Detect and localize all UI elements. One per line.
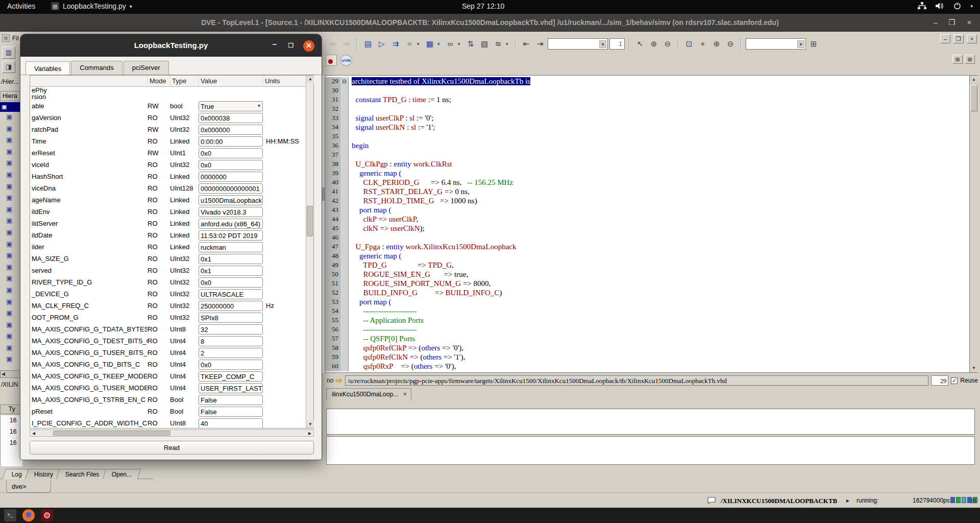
- hierarchy-entity-icon[interactable]: ▣: [0, 148, 22, 159]
- type-row[interactable]: 16: [1, 438, 22, 449]
- scroll-left-icon[interactable]: ◀: [31, 431, 37, 436]
- zoom-out-icon[interactable]: ⊖: [662, 38, 674, 50]
- code-text[interactable]: generic map (: [349, 252, 401, 261]
- hierarchy-entity-icon[interactable]: ▣: [0, 217, 22, 228]
- fold-marker-icon[interactable]: [340, 224, 349, 233]
- variable-value-field[interactable]: u1500DmaLoopback: [199, 195, 263, 205]
- context-combobox[interactable]: ▾: [746, 38, 806, 50]
- filter-icon[interactable]: ≋: [492, 38, 504, 50]
- fold-marker-icon[interactable]: [340, 289, 349, 298]
- line-number[interactable]: 57: [325, 335, 340, 344]
- code-text[interactable]: begin: [349, 141, 369, 151]
- close-button[interactable]: ✕: [303, 40, 314, 52]
- hierarchy-entity-icon[interactable]: ▣: [0, 113, 22, 125]
- hierarchy-entity-icon[interactable]: ▣: [0, 205, 22, 217]
- line-number[interactable]: 35: [325, 132, 340, 141]
- code-text[interactable]: constant TPD_G : time := 1 ns;: [349, 96, 451, 105]
- line-number[interactable]: 31: [325, 96, 340, 105]
- variable-value-field[interactable]: 11:53:02 PDT 2019: [199, 230, 263, 241]
- caret-right-icon[interactable]: ▸: [846, 497, 849, 504]
- line-number[interactable]: 32: [325, 105, 340, 114]
- scroll-down-icon[interactable]: ▼: [970, 365, 977, 372]
- clock[interactable]: Sep 27 12:10: [462, 2, 504, 10]
- dropdown-caret-icon[interactable]: ▾: [599, 40, 606, 48]
- mdi-close-button[interactable]: ×: [967, 34, 977, 43]
- compare-icon[interactable]: ⇅: [464, 38, 477, 50]
- fold-marker-icon[interactable]: [340, 270, 349, 279]
- code-text[interactable]: CLK_PERIOD_G => 6.4 ns, -- 156.25 MHz: [349, 178, 513, 187]
- code-text[interactable]: generic map (: [349, 169, 401, 178]
- console-pane-lower[interactable]: [326, 436, 975, 465]
- close-button[interactable]: ×: [964, 18, 975, 27]
- dropdown-caret-icon[interactable]: ▾: [258, 103, 260, 108]
- fold-marker-icon[interactable]: [340, 187, 349, 197]
- table-vscrollbar-thumb[interactable]: [307, 206, 313, 236]
- fold-marker-icon[interactable]: [340, 316, 349, 325]
- fold-marker-icon[interactable]: ⊟: [340, 77, 349, 86]
- fold-marker-icon[interactable]: [340, 197, 349, 206]
- line-spinbox[interactable]: 1: [609, 38, 625, 50]
- hierarchy-entity-icon[interactable]: ▣: [0, 332, 22, 344]
- type-row[interactable]: 16: [1, 426, 22, 438]
- code-text[interactable]: qsfp0RefClkP => (others => '0'),: [349, 344, 463, 353]
- code-text[interactable]: RST_START_DELAY_G => 0 ns,: [349, 187, 470, 197]
- prev-edit-icon[interactable]: ⇤: [520, 38, 532, 50]
- line-number[interactable]: 55: [325, 316, 340, 325]
- schematic-window-icon[interactable]: ▷: [376, 38, 388, 50]
- line-number[interactable]: 36: [325, 141, 340, 151]
- fold-marker-icon[interactable]: [340, 243, 349, 252]
- activities-button[interactable]: Activities: [7, 2, 35, 10]
- fold-marker-icon[interactable]: [340, 206, 349, 215]
- variable-value-field[interactable]: 0x0: [199, 148, 263, 158]
- line-number[interactable]: 29: [325, 77, 340, 86]
- hierarchy-selected-row[interactable]: ▣: [0, 102, 22, 112]
- forward-icon[interactable]: ⇨: [340, 38, 353, 50]
- code-text[interactable]: RST_HOLD_TIME_G => 1000 ns): [349, 197, 477, 206]
- variable-value-field[interactable]: 0x0: [199, 277, 263, 288]
- hierarchy-entity-icon[interactable]: ▣: [0, 309, 22, 321]
- line-number[interactable]: 37: [325, 151, 340, 160]
- code-text[interactable]: signal userClkN : sl := '1';: [349, 123, 435, 132]
- line-number[interactable]: 41: [325, 187, 340, 197]
- variable-value-field[interactable]: 0x0: [199, 360, 263, 370]
- line-number[interactable]: 40: [325, 178, 340, 187]
- line-number[interactable]: 54: [325, 307, 340, 316]
- zoom-fit-icon[interactable]: ⊡: [683, 38, 695, 50]
- minimize-button[interactable]: –: [268, 40, 281, 52]
- fold-marker-icon[interactable]: [340, 114, 349, 123]
- zoom-in-icon[interactable]: ⊕: [648, 38, 660, 50]
- fold-marker-icon[interactable]: [340, 151, 349, 160]
- grid-icon[interactable]: ⊞: [952, 55, 963, 64]
- line-number[interactable]: 44: [325, 215, 340, 224]
- line-number[interactable]: 43: [325, 206, 340, 215]
- fold-marker-icon[interactable]: [340, 325, 349, 335]
- hierarchy-entity-icon[interactable]: ▣: [0, 182, 22, 194]
- hierarchy-entity-icon[interactable]: ▣: [0, 240, 22, 252]
- source-vscrollbar[interactable]: ▲ ▼: [969, 76, 978, 372]
- message-bubble-icon[interactable]: [707, 497, 716, 506]
- tab-open-[interactable]: Open...: [103, 469, 141, 479]
- scope-path[interactable]: /XILINXKCU1500DMALOOPBACKTB: [721, 497, 837, 505]
- uvm-icon[interactable]: UVM: [340, 55, 352, 66]
- grid-icon[interactable]: ⊞: [807, 38, 820, 50]
- line-number[interactable]: 50: [325, 270, 340, 279]
- table-hscrollbar[interactable]: ◀ ▶: [30, 430, 314, 437]
- toolbar-button[interactable]: ◨: [2, 61, 15, 73]
- zoom-time-in-icon[interactable]: ⊕: [710, 38, 723, 50]
- app-menu[interactable]: ▦ LoopbackTesting.py ▾: [51, 2, 132, 10]
- variable-value-field[interactable]: 0x1: [199, 266, 263, 276]
- hierarchy-bottom-tab[interactable]: /XILIN: [1, 381, 18, 388]
- code-text[interactable]: ROGUE_SIM_EN_G => true,: [349, 270, 468, 279]
- fold-marker-icon[interactable]: [340, 86, 349, 96]
- filter-icon-caret[interactable]: ▾: [506, 41, 511, 46]
- variable-value-field[interactable]: anford.edu (x86_64): [199, 219, 263, 229]
- wave-window-icon-caret[interactable]: ▾: [417, 41, 422, 46]
- watch-window-icon-caret[interactable]: ▾: [458, 41, 463, 46]
- hierarchy-column-header[interactable]: Hiera: [0, 91, 22, 101]
- hierarchy-entity-icon[interactable]: ▣: [0, 298, 22, 310]
- variable-value-field[interactable]: False: [199, 407, 263, 417]
- variable-value-field[interactable]: SPIx8: [199, 313, 263, 323]
- fold-marker-icon[interactable]: [340, 160, 349, 169]
- fold-marker-icon[interactable]: [340, 178, 349, 187]
- erase-highlight-icon[interactable]: ▨: [478, 38, 491, 50]
